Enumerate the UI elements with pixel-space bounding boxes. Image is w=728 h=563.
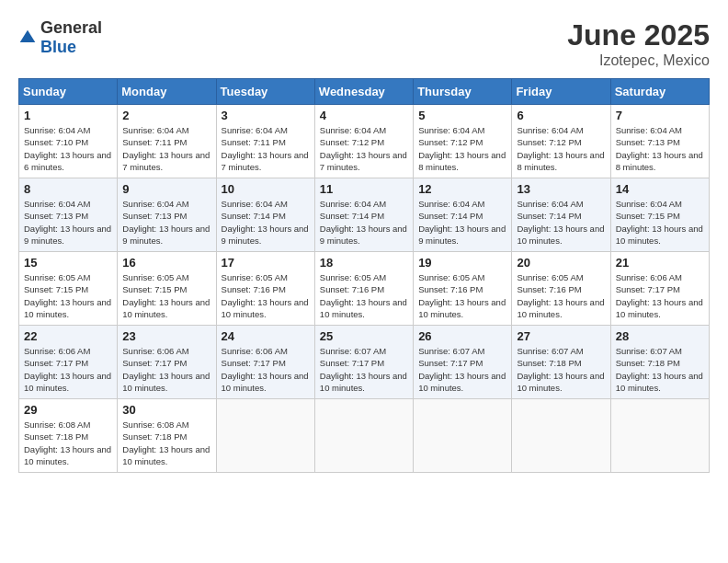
day-number: 25 — [320, 329, 408, 343]
calendar-cell: 18 Sunrise: 6:05 AMSunset: 7:16 PMDaylig… — [314, 252, 413, 326]
day-info: Sunrise: 6:04 AMSunset: 7:14 PMDaylight:… — [320, 199, 407, 246]
day-number: 4 — [320, 109, 408, 122]
calendar-cell: 20 Sunrise: 6:05 AMSunset: 7:16 PMDaylig… — [512, 252, 610, 326]
calendar-cell: 3 Sunrise: 6:04 AMSunset: 7:11 PMDayligh… — [216, 105, 314, 178]
calendar-cell — [314, 399, 413, 473]
calendar-cell — [216, 399, 314, 473]
calendar-cell: 19 Sunrise: 6:05 AMSunset: 7:16 PMDaylig… — [414, 252, 512, 326]
calendar-row: 22 Sunrise: 6:06 AMSunset: 7:17 PMDaylig… — [19, 326, 710, 399]
day-info: Sunrise: 6:04 AMSunset: 7:12 PMDaylight:… — [517, 125, 604, 172]
day-number: 2 — [122, 109, 210, 122]
day-info: Sunrise: 6:04 AMSunset: 7:14 PMDaylight:… — [222, 199, 309, 246]
day-number: 8 — [24, 182, 112, 196]
day-info: Sunrise: 6:04 AMSunset: 7:11 PMDaylight:… — [122, 125, 210, 172]
calendar-cell: 21 Sunrise: 6:06 AMSunset: 7:17 PMDaylig… — [610, 252, 709, 326]
calendar-row: 29 Sunrise: 6:08 AMSunset: 7:18 PMDaylig… — [19, 399, 710, 473]
day-number: 17 — [222, 256, 310, 270]
calendar-cell: 24 Sunrise: 6:06 AMSunset: 7:17 PMDaylig… — [216, 326, 314, 399]
calendar-cell: 7 Sunrise: 6:04 AMSunset: 7:13 PMDayligh… — [610, 105, 709, 178]
month-title: June 2025 — [567, 18, 710, 52]
title-area: June 2025 Izotepec, Mexico — [567, 18, 710, 69]
calendar-cell: 28 Sunrise: 6:07 AMSunset: 7:18 PMDaylig… — [610, 326, 709, 399]
day-info: Sunrise: 6:08 AMSunset: 7:18 PMDaylight:… — [24, 419, 111, 466]
day-info: Sunrise: 6:04 AMSunset: 7:13 PMDaylight:… — [122, 199, 210, 246]
day-number: 30 — [122, 403, 210, 417]
calendar-cell: 9 Sunrise: 6:04 AMSunset: 7:13 PMDayligh… — [118, 178, 216, 252]
calendar-table: SundayMondayTuesdayWednesdayThursdayFrid… — [18, 78, 710, 473]
weekday-header: Monday — [118, 79, 216, 105]
day-info: Sunrise: 6:04 AMSunset: 7:14 PMDaylight:… — [517, 199, 604, 246]
day-info: Sunrise: 6:06 AMSunset: 7:17 PMDaylight:… — [222, 346, 309, 393]
location-title: Izotepec, Mexico — [567, 52, 710, 69]
day-number: 18 — [320, 256, 408, 270]
calendar-cell: 5 Sunrise: 6:04 AMSunset: 7:12 PMDayligh… — [414, 105, 512, 178]
day-number: 14 — [616, 182, 704, 196]
weekday-header: Saturday — [610, 79, 709, 105]
svg-marker-0 — [20, 30, 36, 42]
day-number: 3 — [222, 109, 310, 122]
day-number: 20 — [517, 256, 605, 270]
calendar-cell: 1 Sunrise: 6:04 AMSunset: 7:10 PMDayligh… — [19, 105, 118, 178]
logo: General Blue — [18, 18, 102, 57]
day-number: 1 — [24, 109, 112, 122]
day-number: 28 — [616, 329, 704, 343]
day-number: 22 — [24, 329, 112, 343]
generalblue-icon — [18, 29, 37, 47]
calendar-cell: 8 Sunrise: 6:04 AMSunset: 7:13 PMDayligh… — [19, 178, 118, 252]
day-info: Sunrise: 6:07 AMSunset: 7:17 PMDaylight:… — [418, 346, 506, 393]
weekday-header: Friday — [512, 79, 610, 105]
calendar-row: 1 Sunrise: 6:04 AMSunset: 7:10 PMDayligh… — [19, 105, 710, 178]
day-info: Sunrise: 6:04 AMSunset: 7:12 PMDaylight:… — [418, 125, 506, 172]
day-info: Sunrise: 6:04 AMSunset: 7:15 PMDaylight:… — [616, 199, 703, 246]
weekday-header: Thursday — [414, 79, 512, 105]
day-info: Sunrise: 6:07 AMSunset: 7:17 PMDaylight:… — [320, 346, 407, 393]
day-info: Sunrise: 6:04 AMSunset: 7:12 PMDaylight:… — [320, 125, 407, 172]
day-number: 13 — [517, 182, 605, 196]
calendar-row: 15 Sunrise: 6:05 AMSunset: 7:15 PMDaylig… — [19, 252, 710, 326]
calendar-cell: 13 Sunrise: 6:04 AMSunset: 7:14 PMDaylig… — [512, 178, 610, 252]
day-number: 21 — [616, 256, 704, 270]
calendar-cell: 23 Sunrise: 6:06 AMSunset: 7:17 PMDaylig… — [118, 326, 216, 399]
day-number: 29 — [24, 403, 112, 417]
day-number: 19 — [418, 256, 506, 270]
day-info: Sunrise: 6:06 AMSunset: 7:17 PMDaylight:… — [616, 272, 703, 319]
calendar-cell: 30 Sunrise: 6:08 AMSunset: 7:18 PMDaylig… — [118, 399, 216, 473]
day-info: Sunrise: 6:04 AMSunset: 7:13 PMDaylight:… — [24, 199, 111, 246]
day-info: Sunrise: 6:04 AMSunset: 7:10 PMDaylight:… — [24, 125, 111, 172]
calendar-cell: 27 Sunrise: 6:07 AMSunset: 7:18 PMDaylig… — [512, 326, 610, 399]
day-number: 23 — [122, 329, 210, 343]
day-number: 26 — [418, 329, 506, 343]
day-info: Sunrise: 6:05 AMSunset: 7:16 PMDaylight:… — [517, 272, 604, 319]
day-info: Sunrise: 6:05 AMSunset: 7:15 PMDaylight:… — [122, 272, 210, 319]
calendar-cell: 17 Sunrise: 6:05 AMSunset: 7:16 PMDaylig… — [216, 252, 314, 326]
logo-general: General — [40, 18, 102, 37]
calendar-cell — [414, 399, 512, 473]
day-info: Sunrise: 6:04 AMSunset: 7:11 PMDaylight:… — [222, 125, 309, 172]
day-number: 5 — [418, 109, 506, 122]
weekday-header: Tuesday — [216, 79, 314, 105]
day-number: 7 — [616, 109, 704, 122]
day-info: Sunrise: 6:05 AMSunset: 7:16 PMDaylight:… — [320, 272, 407, 319]
calendar-cell — [512, 399, 610, 473]
day-info: Sunrise: 6:05 AMSunset: 7:16 PMDaylight:… — [418, 272, 506, 319]
calendar-cell: 14 Sunrise: 6:04 AMSunset: 7:15 PMDaylig… — [610, 178, 709, 252]
day-info: Sunrise: 6:05 AMSunset: 7:16 PMDaylight:… — [222, 272, 309, 319]
calendar-cell: 10 Sunrise: 6:04 AMSunset: 7:14 PMDaylig… — [216, 178, 314, 252]
day-info: Sunrise: 6:04 AMSunset: 7:13 PMDaylight:… — [616, 125, 703, 172]
day-info: Sunrise: 6:07 AMSunset: 7:18 PMDaylight:… — [616, 346, 703, 393]
day-number: 6 — [517, 109, 605, 122]
day-number: 16 — [122, 256, 210, 270]
day-info: Sunrise: 6:05 AMSunset: 7:15 PMDaylight:… — [24, 272, 111, 319]
page-header: General Blue June 2025 Izotepec, Mexico — [18, 18, 710, 69]
calendar-cell: 22 Sunrise: 6:06 AMSunset: 7:17 PMDaylig… — [19, 326, 118, 399]
day-number: 15 — [24, 256, 112, 270]
day-number: 12 — [418, 182, 506, 196]
calendar-row: 8 Sunrise: 6:04 AMSunset: 7:13 PMDayligh… — [19, 178, 710, 252]
calendar-cell: 12 Sunrise: 6:04 AMSunset: 7:14 PMDaylig… — [414, 178, 512, 252]
calendar-cell: 2 Sunrise: 6:04 AMSunset: 7:11 PMDayligh… — [118, 105, 216, 178]
day-number: 11 — [320, 182, 408, 196]
calendar-cell: 16 Sunrise: 6:05 AMSunset: 7:15 PMDaylig… — [118, 252, 216, 326]
day-info: Sunrise: 6:08 AMSunset: 7:18 PMDaylight:… — [122, 419, 210, 466]
day-info: Sunrise: 6:06 AMSunset: 7:17 PMDaylight:… — [122, 346, 210, 393]
day-info: Sunrise: 6:04 AMSunset: 7:14 PMDaylight:… — [418, 199, 506, 246]
